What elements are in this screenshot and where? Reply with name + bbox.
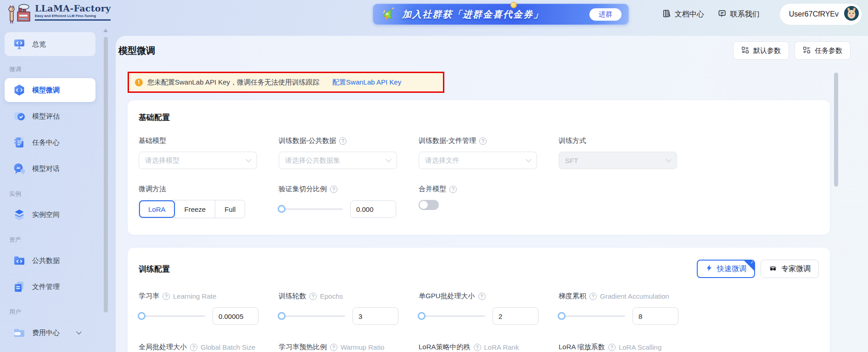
sidebar-item-model-finetune[interactable]: 模型微调: [5, 78, 95, 102]
sidebar-item-model-chat[interactable]: AI 模型对话: [5, 157, 95, 181]
docs-center-link[interactable]: 文档中心: [662, 9, 704, 20]
val-split-input[interactable]: [350, 200, 396, 218]
layers-icon: [13, 208, 26, 221]
sidebar-item-task-center[interactable]: 任务中心: [5, 131, 95, 154]
file-dataset-select[interactable]: 请选择文件: [419, 152, 537, 169]
task-params-button[interactable]: 任务参数: [795, 41, 851, 60]
field-epochs: 训练轮数 Epochs: [279, 292, 419, 325]
field-grad-accum: 梯度累积 Gradient Accumulation: [559, 292, 699, 325]
warning-icon: [135, 79, 143, 86]
sidebar-section-finetune: 微调: [9, 65, 95, 74]
brand-tagline: Easy and Efficient LLM Fine-Tuning: [35, 14, 111, 18]
method-option-freeze[interactable]: Freeze: [175, 200, 215, 218]
method-option-lora[interactable]: LoRA: [139, 200, 175, 218]
help-icon[interactable]: [478, 293, 486, 300]
merge-model-label: 合并模型: [419, 185, 446, 193]
grad-accum-input[interactable]: [633, 307, 678, 325]
join-group-button[interactable]: 进群: [589, 8, 622, 21]
epochs-input[interactable]: [353, 307, 398, 325]
contact-us-link[interactable]: 联系我们: [718, 9, 760, 20]
sidebar-item-instance-space[interactable]: 实例空间: [5, 203, 95, 227]
basic-config-title: 基础配置: [139, 112, 819, 123]
user-menu[interactable]: User67CfRYEv: [780, 4, 862, 25]
sidebar-item-label: 模型微调: [32, 86, 60, 95]
help-icon[interactable]: [162, 293, 170, 300]
file-doc-icon: [13, 280, 26, 293]
help-icon[interactable]: [330, 344, 337, 351]
sidebar-scrollbar[interactable]: [103, 28, 108, 312]
base-model-select[interactable]: 请选择模型: [139, 152, 257, 169]
main-scrollbar-thumb[interactable]: [834, 73, 838, 187]
help-icon[interactable]: [190, 344, 197, 351]
base-model-placeholder: 请选择模型: [145, 156, 179, 165]
merge-model-toggle[interactable]: [419, 200, 439, 210]
global-batch-size-label: 全局批处理大小: [139, 343, 187, 352]
method-option-full[interactable]: Full: [215, 200, 245, 218]
file-dataset-label: 训练数据-文件管理: [419, 136, 476, 145]
main-panel: 模型微调 默认参数: [116, 36, 868, 352]
main-content: 您未配置SwanLab API Key，微调任务无法使用训练跟踪 配置SwanL…: [128, 72, 868, 352]
help-icon[interactable]: [449, 186, 457, 193]
slider-handle[interactable]: [138, 312, 146, 320]
global-batch-size-en: Global Batch Size: [201, 343, 255, 351]
help-icon[interactable]: [339, 137, 347, 145]
megaphone-icon: [382, 6, 396, 22]
train-mode-label: 训练方式: [559, 136, 586, 145]
alert-annotation-box: 您未配置SwanLab API Key，微调任务无法使用训练跟踪 配置SwanL…: [128, 72, 444, 93]
val-split-slider[interactable]: [279, 208, 343, 210]
default-params-button[interactable]: 默认参数: [733, 41, 789, 60]
toggle-knob: [420, 201, 428, 209]
public-dataset-select[interactable]: 请选择公共数据集: [279, 152, 397, 169]
sidebar-item-overview[interactable]: 总览: [5, 32, 95, 56]
field-learning-rate: 学习率 Learning Rate: [139, 292, 279, 325]
lora-rank-en: LoRA Rank: [484, 343, 519, 351]
lora-rank-label: LoRA策略中的秩: [419, 343, 470, 352]
training-config-header: 训练配置 快速微调: [139, 260, 819, 278]
train-mode-select: SFT: [559, 152, 677, 169]
field-finetune-method: 微调方法 LoRA Freeze Full: [139, 185, 279, 218]
sidebar-scrollbar-thumb[interactable]: [104, 37, 108, 312]
help-icon[interactable]: [608, 344, 616, 351]
configure-swanlab-link[interactable]: 配置SwanLab API Key: [332, 78, 401, 87]
sidebar-item-public-data[interactable]: 公共数据: [5, 249, 95, 273]
slider-handle[interactable]: [278, 205, 286, 213]
sidebar-section-assets: 资产: [9, 236, 95, 244]
grad-accum-slider[interactable]: [559, 315, 625, 317]
sidebar-item-label: 公共数据: [32, 256, 60, 265]
sidebar-item-file-manage[interactable]: 文件管理: [5, 275, 95, 299]
help-icon[interactable]: [474, 344, 481, 351]
learning-rate-input[interactable]: [213, 307, 258, 325]
learning-rate-slider[interactable]: [139, 315, 205, 317]
help-icon[interactable]: [309, 293, 317, 300]
help-icon[interactable]: [479, 137, 487, 145]
expert-finetune-label: 专家微调: [781, 264, 811, 274]
ai-chat-icon: AI: [13, 162, 26, 175]
help-icon[interactable]: [589, 293, 597, 300]
gpu-batch-size-input[interactable]: [493, 307, 538, 325]
field-file-dataset: 训练数据-文件管理 请选择文件: [419, 136, 559, 169]
gpu-batch-size-slider[interactable]: [419, 315, 485, 317]
slider-handle[interactable]: [278, 312, 286, 320]
field-public-dataset: 训练数据-公共数据 请选择公共数据集: [279, 136, 419, 169]
expert-finetune-button[interactable]: 专家微调: [761, 260, 819, 278]
sidebar-item-model-eval[interactable]: 模型评估: [5, 104, 95, 128]
epochs-slider[interactable]: [279, 315, 345, 317]
sidebar-item-billing-center[interactable]: 费用中心: [5, 321, 95, 345]
main-scrollbar[interactable]: [834, 73, 838, 352]
slider-handle[interactable]: [558, 312, 566, 320]
scroll-up-arrow-icon[interactable]: [103, 28, 108, 32]
quick-finetune-button[interactable]: 快速微调: [697, 260, 755, 278]
banner-text: 加入社群获「进群金喜代金券」: [402, 8, 583, 21]
training-config-card: 训练配置 快速微调: [128, 248, 830, 352]
slider-handle[interactable]: [418, 312, 426, 320]
brand-text: LLaMA-Factory Easy and Efficient LLM Fin…: [35, 4, 111, 21]
hexagon-code-icon: [13, 84, 26, 97]
field-warmup-ratio: 学习率预热比例 Warmup Ratio: [279, 343, 419, 352]
training-params-row1: 学习率 Learning Rate 训练轮数 Epochs: [139, 292, 819, 325]
task-params-label: 任务参数: [815, 46, 842, 55]
community-banner[interactable]: 加入社群获「进群金喜代金券」 进群: [373, 4, 629, 25]
help-icon[interactable]: [330, 186, 337, 193]
app-logo[interactable]: LLaMA-Factory Easy and Efficient LLM Fin…: [7, 4, 111, 26]
sidebar-item-label: 模型评估: [32, 112, 60, 121]
lora-scaling-label: LoRA 缩放系数: [559, 343, 605, 352]
